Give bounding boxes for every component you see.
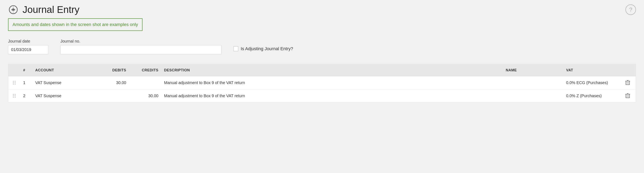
row-2-vat: 0.0% Z (Purchases): [563, 90, 620, 102]
row-2-num: 2: [20, 90, 32, 102]
page-title: Journal Entry: [22, 4, 80, 15]
help-button[interactable]: ?: [626, 5, 636, 15]
form-section: Journal date Journal no. Is Adjusting Jo…: [8, 39, 636, 54]
row-1-name: [503, 79, 563, 86]
table-row: 2 VAT Suspense 30.00 Manual adjustment t…: [8, 89, 636, 102]
svg-rect-7: [626, 94, 630, 98]
notice-box: Amounts and dates shown in the screen sh…: [8, 18, 142, 31]
table-header: # ACCOUNT DEBITS CREDITS DESCRIPTION NAM…: [8, 65, 636, 76]
notice-text: Amounts and dates shown in the screen sh…: [12, 22, 138, 27]
th-name: NAME: [503, 65, 563, 76]
svg-rect-2: [626, 81, 630, 85]
th-description: DESCRIPTION: [161, 65, 503, 76]
drag-handle-1[interactable]: [8, 77, 20, 88]
is-adjusting-checkbox[interactable]: [234, 46, 238, 51]
row-1-account: VAT Suspense: [32, 77, 93, 89]
header-row: Journal Entry ?: [8, 4, 636, 15]
th-vat: VAT: [563, 65, 620, 76]
is-adjusting-label: Is Adjusting Journal Entry?: [241, 46, 293, 51]
th-account: ACCOUNT: [32, 65, 93, 76]
th-num: #: [20, 65, 32, 76]
th-drag: [8, 65, 20, 76]
th-action: [620, 65, 636, 76]
table-row: 1 VAT Suspense 30.00 Manual adjustment t…: [8, 76, 636, 89]
th-credits: CREDITS: [129, 65, 161, 76]
journal-date-label: Journal date: [8, 39, 48, 44]
journal-date-group: Journal date: [8, 39, 48, 54]
row-1-vat: 0.0% ECG (Purchases): [563, 77, 620, 89]
row-1-description: Manual adjustment to Box 9 of the VAT re…: [161, 77, 503, 89]
journal-no-group: Journal no.: [60, 39, 222, 54]
row-2-debits: [93, 92, 129, 99]
th-debits: DEBITS: [93, 65, 129, 76]
row-1-credits: [129, 79, 161, 86]
row-2-credits: 30.00: [129, 90, 161, 102]
row-2-name: [503, 92, 563, 99]
row-2-account: VAT Suspense: [32, 90, 93, 102]
journal-table: # ACCOUNT DEBITS CREDITS DESCRIPTION NAM…: [8, 64, 636, 102]
journal-no-input[interactable]: [60, 45, 222, 54]
row-2-description: Manual adjustment to Box 9 of the VAT re…: [161, 90, 503, 102]
row-2-delete-button[interactable]: [620, 89, 636, 102]
row-1-num: 1: [20, 77, 32, 89]
header-left: Journal Entry: [8, 4, 80, 15]
adjusting-checkbox-group: Is Adjusting Journal Entry?: [234, 46, 293, 51]
journal-date-input[interactable]: [8, 45, 48, 54]
drag-handle-2[interactable]: [8, 90, 20, 101]
row-1-delete-button[interactable]: [620, 76, 636, 89]
row-1-debits: 30.00: [93, 77, 129, 89]
page-container: Journal Entry ? Amounts and dates shown …: [0, 0, 644, 173]
journal-no-label: Journal no.: [60, 39, 222, 44]
journal-entry-icon: [8, 5, 18, 15]
